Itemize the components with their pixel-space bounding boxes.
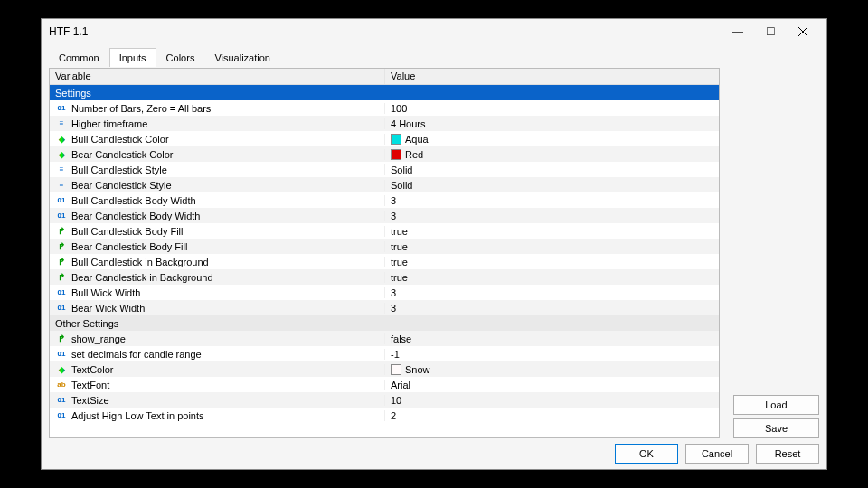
tab-colors[interactable]: Colors (156, 48, 205, 67)
row-value: false (391, 333, 411, 344)
row-value-cell[interactable]: 10 (384, 395, 719, 406)
type-enum-icon: ≡ (55, 180, 68, 191)
cancel-button[interactable]: Cancel (685, 444, 749, 464)
row-variable-cell: ↱Bear Candlestick Body Fill (50, 241, 384, 252)
table-row[interactable]: ≡Bull Candlestick StyleSolid (50, 162, 719, 177)
row-value: 100 (391, 103, 407, 114)
load-button[interactable]: Load (733, 395, 819, 415)
color-swatch (391, 134, 401, 145)
window-title: HTF 1.1 (49, 25, 722, 38)
row-value-cell[interactable]: -1 (384, 349, 719, 360)
table-row[interactable]: 01Number of Bars, Zero = All bars100 (50, 100, 719, 116)
row-label: Higher timeframe (71, 118, 147, 129)
row-value: Snow (405, 364, 430, 375)
row-value-cell[interactable]: true (384, 272, 719, 283)
table-row[interactable]: ≡Higher timeframe4 Hours (50, 116, 719, 131)
row-label: Bear Candlestick Style (71, 180, 172, 191)
table-row[interactable]: ↱Bear Candlestick Body Filltrue (50, 239, 719, 254)
table-row[interactable]: 01Adjust High Low Text in points2 (50, 408, 719, 423)
row-variable-cell: ↱show_range (50, 333, 384, 344)
row-value-cell[interactable]: 3 (384, 195, 719, 206)
inputs-grid: Variable Value Settings01Number of Bars,… (49, 68, 720, 438)
table-row[interactable]: ↱Bull Candlestick Body Filltrue (50, 223, 719, 239)
row-value-cell[interactable]: Red (384, 149, 719, 160)
row-value-cell[interactable]: false (384, 333, 719, 344)
row-value: 3 (391, 195, 396, 206)
row-value-cell[interactable]: 3 (384, 303, 719, 314)
row-value-cell[interactable]: Aqua (384, 134, 719, 145)
row-variable-cell: ◆TextColor (50, 364, 384, 375)
table-row[interactable]: 01Bear Wick Width3 (50, 300, 719, 315)
reset-button[interactable]: Reset (756, 444, 819, 464)
row-value-cell[interactable]: true (384, 226, 719, 237)
side-buttons: Load Save (733, 395, 819, 438)
type-int-icon: 01 (55, 303, 68, 314)
tab-visualization[interactable]: Visualization (204, 48, 280, 67)
col-header-variable: Variable (50, 69, 384, 84)
row-value-cell[interactable]: 2 (384, 410, 719, 421)
row-label: TextSize (71, 395, 109, 406)
table-row[interactable]: ↱Bull Candlestick in Backgroundtrue (50, 254, 719, 269)
tab-common[interactable]: Common (49, 48, 109, 67)
table-row[interactable]: 01Bear Candlestick Body Width3 (50, 208, 719, 223)
row-variable-cell: ≡Bear Candlestick Style (50, 180, 384, 191)
row-value-cell[interactable]: Snow (384, 364, 719, 375)
row-variable-cell: abTextFont (50, 380, 384, 390)
tab-bar: CommonInputsColorsVisualization (42, 44, 826, 67)
row-value-cell[interactable]: true (384, 257, 719, 267)
type-string-icon: ab (55, 380, 68, 390)
row-value: 3 (391, 287, 396, 298)
table-row[interactable]: ↱show_rangefalse (50, 331, 719, 346)
table-row[interactable]: 01set decimals for candle range-1 (50, 346, 719, 361)
row-value-cell[interactable]: 100 (384, 103, 719, 114)
table-row[interactable]: 01Bull Wick Width3 (50, 285, 719, 300)
titlebar: HTF 1.1 — ☐ (42, 19, 826, 44)
row-value-cell[interactable]: 3 (384, 211, 719, 221)
row-value-cell[interactable]: 4 Hours (384, 118, 719, 129)
row-label: Bear Wick Width (71, 303, 145, 314)
row-variable-cell: 01Adjust High Low Text in points (50, 410, 384, 421)
save-button[interactable]: Save (733, 418, 819, 438)
row-value-cell[interactable]: Solid (384, 180, 719, 191)
row-label: Bear Candlestick Body Fill (71, 241, 187, 252)
tab-inputs[interactable]: Inputs (109, 48, 156, 67)
row-label: Bear Candlestick Body Width (71, 211, 200, 221)
row-variable-cell: 01set decimals for candle range (50, 349, 384, 360)
row-label: Number of Bars, Zero = All bars (71, 103, 211, 114)
type-int-icon: 01 (55, 410, 68, 421)
row-label: Bull Candlestick Body Fill (71, 226, 184, 237)
row-label: Bull Candlestick Body Width (71, 195, 196, 206)
row-label: Bull Candlestick in Background (71, 257, 209, 267)
type-int-icon: 01 (55, 349, 68, 360)
row-label: TextColor (71, 364, 113, 375)
close-icon (798, 27, 807, 36)
type-bool-icon: ↱ (55, 257, 68, 267)
ok-button[interactable]: OK (615, 444, 678, 464)
grid-body: Settings01Number of Bars, Zero = All bar… (50, 85, 719, 423)
type-enum-icon: ≡ (55, 164, 68, 175)
table-row[interactable]: abTextFontArial (50, 377, 719, 392)
maximize-button[interactable]: ☐ (754, 21, 787, 42)
row-value-cell[interactable]: true (384, 241, 719, 252)
row-value: Solid (391, 180, 412, 191)
table-row[interactable]: ≡Bear Candlestick StyleSolid (50, 177, 719, 192)
row-value-cell[interactable]: Solid (384, 164, 719, 175)
row-label: Bull Wick Width (71, 287, 140, 298)
table-row[interactable]: ↱Bear Candlestick in Backgroundtrue (50, 269, 719, 285)
table-row[interactable]: ◆TextColorSnow (50, 361, 719, 377)
minimize-button[interactable]: — (722, 21, 754, 42)
table-row[interactable]: 01TextSize10 (50, 392, 719, 408)
table-row[interactable]: 01Bull Candlestick Body Width3 (50, 192, 719, 208)
table-row[interactable]: ◆Bear Candlestick ColorRed (50, 146, 719, 162)
row-value: -1 (391, 349, 400, 360)
row-value-cell[interactable]: 3 (384, 287, 719, 298)
table-row[interactable]: ◆Bull Candlestick ColorAqua (50, 131, 719, 146)
close-button[interactable] (787, 21, 819, 42)
row-value-cell[interactable]: Arial (384, 380, 719, 390)
row-label: TextFont (71, 380, 109, 390)
row-value: true (391, 272, 408, 283)
row-label: Adjust High Low Text in points (71, 410, 204, 421)
row-label: show_range (71, 333, 126, 344)
row-variable-cell: 01Number of Bars, Zero = All bars (50, 103, 384, 114)
row-value: 10 (391, 395, 401, 406)
